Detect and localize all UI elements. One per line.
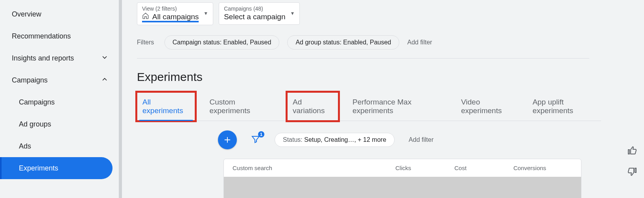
nav-adgroups[interactable]: Ad groups [0,113,122,135]
nav-label: Insights and reports [12,54,74,62]
nav-label: Campaigns [12,76,48,84]
caret-down-icon: ▼ [290,11,295,16]
tab-ad-variations[interactable]: Ad variations [287,92,338,121]
thumbs-up-button[interactable] [627,146,637,157]
nav-campaigns[interactable]: Campaigns [0,69,122,91]
campaign-selector-bottom: Select a campaign [224,12,285,22]
app-root: Overview Recommendations Insights and re… [0,0,644,198]
tab-all-experiments[interactable]: All experiments [137,92,195,121]
filter-chip-adgroup-status[interactable]: Ad group status: Enabled, Paused [287,35,399,50]
tab-video-experiments[interactable]: Video experiments [461,92,519,121]
nav-list: Overview Recommendations Insights and re… [0,0,122,179]
page-title: Experiments [137,59,644,84]
tab-custom-experiments[interactable]: Custom experiments [209,92,273,121]
feedback-buttons [627,146,637,178]
filter-chip-campaign-status[interactable]: Campaign status: Enabled, Paused [164,35,280,50]
nav-label: Campaigns [19,98,55,106]
th-conversions[interactable]: Conversions [513,165,572,171]
table-body-placeholder [224,177,581,198]
results-table: Custom search Clicks Cost Conversions [223,159,581,198]
th-custom-search[interactable]: Custom search [233,165,395,171]
nav-label: Ads [19,142,31,150]
nav-experiments[interactable]: Experiments [0,157,113,179]
add-filter-link[interactable]: Add filter [407,39,432,46]
view-underline [142,21,199,22]
experiments-toolbar: 1 Status: Setup, Creating…, + 12 more Ad… [137,121,644,149]
view-selector[interactable]: View (2 filters) All campaigns ▼ [137,2,213,25]
filters-row: Filters Campaign status: Enabled, Paused… [137,25,589,59]
chevron-down-icon [101,53,109,63]
view-selector-top: View (2 filters) [142,5,199,12]
main: View (2 filters) All campaigns ▼ Campaig… [122,0,644,198]
nav-overview[interactable]: Overview [0,3,122,25]
nav-label: Ad groups [19,120,51,128]
filter-funnel-button[interactable]: 1 [251,134,260,145]
table-header-row: Custom search Clicks Cost Conversions [224,159,581,177]
sidebar: Overview Recommendations Insights and re… [0,0,122,198]
nav-label: Recommendations [12,32,71,40]
status-chip-value: Setup, Creating…, + 12 more [304,136,386,143]
nav-label: Overview [12,10,41,18]
status-filter-chip[interactable]: Status: Setup, Creating…, + 12 more [275,133,395,147]
nav-insights[interactable]: Insights and reports [0,47,122,69]
tab-app-uplift-experiments[interactable]: App uplift experiments [533,92,601,121]
nav-label: Experiments [19,164,58,172]
thumbs-down-button[interactable] [627,167,637,178]
top-selectors: View (2 filters) All campaigns ▼ Campaig… [137,0,644,25]
filters-label: Filters [137,39,157,46]
nav-campaigns-sub[interactable]: Campaigns [0,91,122,113]
toolbar-add-filter[interactable]: Add filter [409,136,434,143]
th-cost[interactable]: Cost [454,165,513,171]
campaign-selector-top: Campaigns (48) [224,5,285,12]
chevron-up-icon [101,75,109,85]
status-chip-prefix: Status: [283,136,304,143]
nav-ads[interactable]: Ads [0,135,122,157]
nav-recommendations[interactable]: Recommendations [0,25,122,47]
tab-pmax-experiments[interactable]: Performance Max experiments [352,92,447,121]
experiment-tabs: All experiments Custom experiments Ad va… [137,92,601,121]
campaign-selector[interactable]: Campaigns (48) Select a campaign ▼ [219,2,300,25]
funnel-badge: 1 [258,131,264,138]
th-clicks[interactable]: Clicks [395,165,454,171]
caret-down-icon: ▼ [203,11,208,16]
add-experiment-button[interactable] [218,130,237,149]
